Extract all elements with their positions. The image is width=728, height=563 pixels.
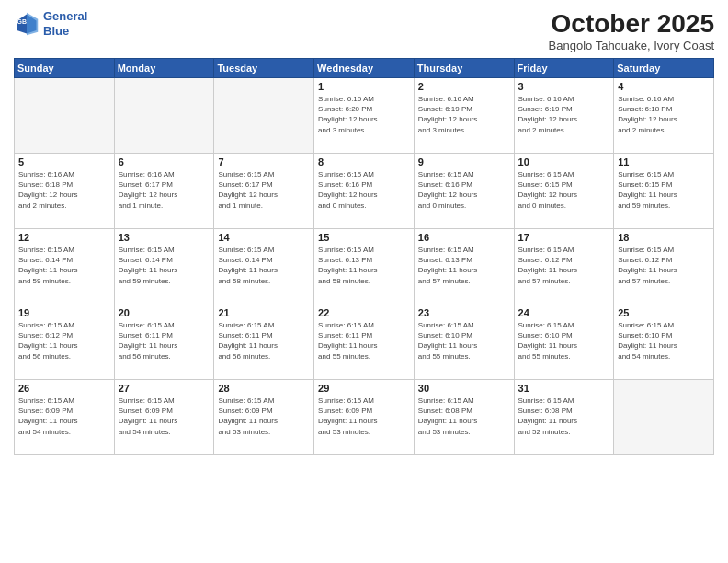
calendar-cell: 31Sunrise: 6:15 AMSunset: 6:08 PMDayligh… [514, 380, 614, 455]
day-number: 18 [618, 232, 710, 243]
calendar-cell: 2Sunrise: 6:16 AMSunset: 6:19 PMDaylight… [414, 78, 514, 154]
cell-daylight-info: Sunrise: 6:15 AMSunset: 6:11 PMDaylight:… [218, 320, 310, 362]
calendar-cell: 27Sunrise: 6:15 AMSunset: 6:09 PMDayligh… [114, 380, 214, 455]
calendar-week-row: 19Sunrise: 6:15 AMSunset: 6:12 PMDayligh… [15, 304, 714, 380]
calendar-cell: 5Sunrise: 6:16 AMSunset: 6:18 PMDaylight… [15, 154, 115, 229]
cell-daylight-info: Sunrise: 6:15 AMSunset: 6:15 PMDaylight:… [618, 169, 710, 211]
cell-daylight-info: Sunrise: 6:15 AMSunset: 6:09 PMDaylight:… [119, 396, 210, 437]
day-number: 13 [119, 232, 210, 243]
weekday-header-row: SundayMondayTuesdayWednesdayThursdayFrid… [15, 59, 714, 78]
cell-daylight-info: Sunrise: 6:15 AMSunset: 6:16 PMDaylight:… [318, 169, 410, 211]
weekday-header: Wednesday [314, 59, 415, 78]
day-number: 6 [119, 156, 210, 167]
calendar-week-row: 5Sunrise: 6:16 AMSunset: 6:18 PMDaylight… [15, 154, 714, 229]
calendar-cell: 4Sunrise: 6:16 AMSunset: 6:18 PMDaylight… [614, 78, 714, 154]
day-number: 4 [618, 81, 710, 92]
day-number: 27 [119, 383, 210, 394]
calendar-cell: 28Sunrise: 6:15 AMSunset: 6:09 PMDayligh… [214, 380, 314, 455]
cell-daylight-info: Sunrise: 6:16 AMSunset: 6:17 PMDaylight:… [119, 169, 210, 211]
cell-daylight-info: Sunrise: 6:15 AMSunset: 6:13 PMDaylight:… [418, 245, 510, 286]
calendar-cell: 25Sunrise: 6:15 AMSunset: 6:10 PMDayligh… [614, 304, 714, 380]
calendar-cell: 15Sunrise: 6:15 AMSunset: 6:13 PMDayligh… [314, 229, 415, 304]
cell-daylight-info: Sunrise: 6:16 AMSunset: 6:18 PMDaylight:… [618, 94, 710, 135]
calendar-cell: 12Sunrise: 6:15 AMSunset: 6:14 PMDayligh… [15, 229, 115, 304]
calendar-cell: 19Sunrise: 6:15 AMSunset: 6:12 PMDayligh… [15, 304, 115, 380]
day-number: 25 [618, 307, 710, 318]
day-number: 12 [18, 232, 110, 243]
calendar-cell: 7Sunrise: 6:15 AMSunset: 6:17 PMDaylight… [214, 154, 314, 229]
calendar-cell: 13Sunrise: 6:15 AMSunset: 6:14 PMDayligh… [114, 229, 214, 304]
calendar-cell: 23Sunrise: 6:15 AMSunset: 6:10 PMDayligh… [414, 304, 514, 380]
day-number: 8 [318, 156, 410, 167]
cell-daylight-info: Sunrise: 6:15 AMSunset: 6:10 PMDaylight:… [418, 320, 510, 362]
cell-daylight-info: Sunrise: 6:15 AMSunset: 6:13 PMDaylight:… [318, 245, 410, 286]
day-number: 16 [418, 232, 510, 243]
day-number: 26 [18, 383, 110, 394]
calendar-cell: 9Sunrise: 6:15 AMSunset: 6:16 PMDaylight… [414, 154, 514, 229]
location-subtitle: Bangolo Tahouake, Ivory Coast [549, 39, 714, 52]
cell-daylight-info: Sunrise: 6:16 AMSunset: 6:20 PMDaylight:… [318, 94, 410, 135]
day-number: 3 [518, 81, 610, 92]
title-block: October 2025 Bangolo Tahouake, Ivory Coa… [549, 9, 714, 52]
calendar-cell: 8Sunrise: 6:15 AMSunset: 6:16 PMDaylight… [314, 154, 415, 229]
cell-daylight-info: Sunrise: 6:15 AMSunset: 6:08 PMDaylight:… [518, 396, 610, 437]
day-number: 24 [518, 307, 610, 318]
day-number: 5 [18, 156, 110, 167]
cell-daylight-info: Sunrise: 6:15 AMSunset: 6:12 PMDaylight:… [518, 245, 610, 286]
day-number: 29 [318, 383, 410, 394]
calendar-cell: 18Sunrise: 6:15 AMSunset: 6:12 PMDayligh… [614, 229, 714, 304]
day-number: 21 [218, 307, 310, 318]
svg-text:GB: GB [17, 18, 28, 25]
cell-daylight-info: Sunrise: 6:16 AMSunset: 6:18 PMDaylight:… [18, 169, 110, 211]
calendar-cell: 20Sunrise: 6:15 AMSunset: 6:11 PMDayligh… [114, 304, 214, 380]
cell-daylight-info: Sunrise: 6:15 AMSunset: 6:16 PMDaylight:… [418, 169, 510, 211]
logo-text: General Blue [43, 9, 87, 38]
cell-daylight-info: Sunrise: 6:15 AMSunset: 6:10 PMDaylight:… [518, 320, 610, 362]
cell-daylight-info: Sunrise: 6:15 AMSunset: 6:14 PMDaylight:… [18, 245, 110, 286]
cell-daylight-info: Sunrise: 6:15 AMSunset: 6:17 PMDaylight:… [218, 169, 310, 211]
day-number: 20 [119, 307, 210, 318]
cell-daylight-info: Sunrise: 6:15 AMSunset: 6:12 PMDaylight:… [618, 245, 710, 286]
weekday-header: Tuesday [214, 59, 314, 78]
cell-daylight-info: Sunrise: 6:15 AMSunset: 6:11 PMDaylight:… [119, 320, 210, 362]
logo-line1: General [43, 9, 87, 24]
weekday-header: Saturday [614, 59, 714, 78]
calendar-cell: 29Sunrise: 6:15 AMSunset: 6:09 PMDayligh… [314, 380, 415, 455]
month-title: October 2025 [549, 9, 714, 39]
day-number: 11 [618, 156, 710, 167]
calendar-cell: 6Sunrise: 6:16 AMSunset: 6:17 PMDaylight… [114, 154, 214, 229]
calendar-cell [114, 78, 214, 154]
calendar-cell [15, 78, 115, 154]
calendar-cell: 1Sunrise: 6:16 AMSunset: 6:20 PMDaylight… [314, 78, 415, 154]
calendar-week-row: 12Sunrise: 6:15 AMSunset: 6:14 PMDayligh… [15, 229, 714, 304]
day-number: 31 [518, 383, 610, 394]
weekday-header: Sunday [15, 59, 115, 78]
cell-daylight-info: Sunrise: 6:15 AMSunset: 6:09 PMDaylight:… [18, 396, 110, 437]
calendar-table: SundayMondayTuesdayWednesdayThursdayFrid… [14, 58, 714, 455]
calendar-week-row: 26Sunrise: 6:15 AMSunset: 6:09 PMDayligh… [15, 380, 714, 455]
page: GB General Blue October 2025 Bangolo Tah… [0, 0, 728, 563]
day-number: 17 [518, 232, 610, 243]
day-number: 19 [18, 307, 110, 318]
day-number: 2 [418, 81, 510, 92]
calendar-cell: 24Sunrise: 6:15 AMSunset: 6:10 PMDayligh… [514, 304, 614, 380]
day-number: 15 [318, 232, 410, 243]
cell-daylight-info: Sunrise: 6:15 AMSunset: 6:08 PMDaylight:… [418, 396, 510, 437]
day-number: 9 [418, 156, 510, 167]
calendar-cell: 22Sunrise: 6:15 AMSunset: 6:11 PMDayligh… [314, 304, 415, 380]
logo-icon: GB [14, 11, 40, 37]
weekday-header: Monday [114, 59, 214, 78]
weekday-header: Friday [514, 59, 614, 78]
calendar-cell: 16Sunrise: 6:15 AMSunset: 6:13 PMDayligh… [414, 229, 514, 304]
logo-line2: Blue [43, 24, 87, 39]
cell-daylight-info: Sunrise: 6:15 AMSunset: 6:10 PMDaylight:… [618, 320, 710, 362]
calendar-week-row: 1Sunrise: 6:16 AMSunset: 6:20 PMDaylight… [15, 78, 714, 154]
day-number: 7 [218, 156, 310, 167]
cell-daylight-info: Sunrise: 6:15 AMSunset: 6:14 PMDaylight:… [119, 245, 210, 286]
day-number: 22 [318, 307, 410, 318]
calendar-cell: 10Sunrise: 6:15 AMSunset: 6:15 PMDayligh… [514, 154, 614, 229]
calendar-cell: 11Sunrise: 6:15 AMSunset: 6:15 PMDayligh… [614, 154, 714, 229]
header: GB General Blue October 2025 Bangolo Tah… [14, 9, 714, 52]
logo: GB General Blue [14, 9, 87, 38]
calendar-cell: 3Sunrise: 6:16 AMSunset: 6:19 PMDaylight… [514, 78, 614, 154]
